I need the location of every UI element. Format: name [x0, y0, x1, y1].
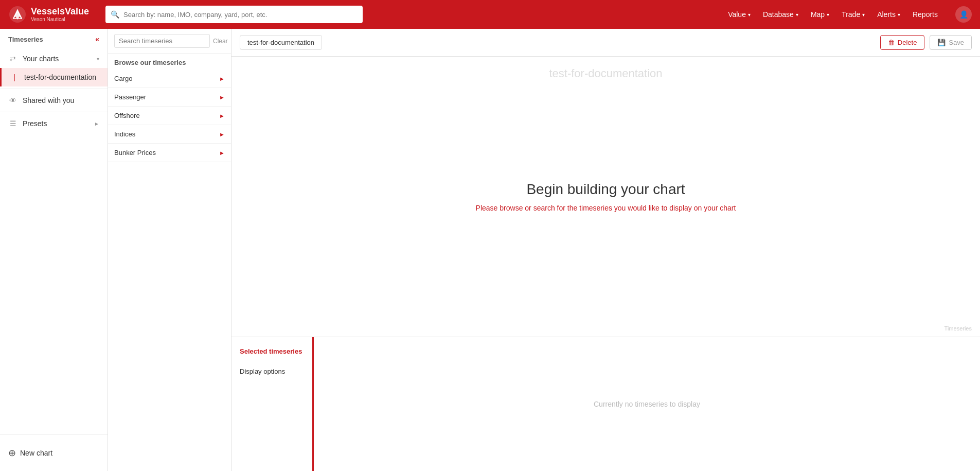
nav-map[interactable]: Map ▾ [806, 7, 834, 22]
sidebar-item-your-charts-label: Your charts [23, 55, 92, 63]
nav-value[interactable]: Value ▾ [723, 7, 756, 22]
timeseries-passenger-label: Passenger [114, 93, 146, 101]
timeseries-browser-panel: Clear Browse our timeseries Cargo ► Pass… [108, 29, 231, 471]
timeseries-category-bunker-prices[interactable]: Bunker Prices ► [108, 144, 231, 162]
timeseries-indices-label: Indices [114, 130, 135, 138]
brand-logo-area: VesselsValue Veson Nautical [8, 5, 89, 24]
value-caret-icon: ▾ [748, 12, 751, 18]
delete-label: Delete [898, 39, 917, 46]
new-chart-plus-icon: ⊕ [8, 447, 16, 459]
chart-title-tab: test-for-documentation [240, 35, 322, 50]
global-search-input[interactable] [123, 11, 358, 19]
timeseries-search-area: Clear [108, 29, 231, 54]
top-navigation: VesselsValue Veson Nautical 🔍 Value ▾ Da… [0, 0, 980, 29]
sidebar-item-presets[interactable]: ☰ Presets ► [0, 114, 108, 133]
presets-caret-icon: ► [94, 121, 99, 127]
nav-trade[interactable]: Trade ▾ [836, 7, 870, 22]
presets-icon: ☰ [8, 119, 17, 128]
timeseries-category-passenger[interactable]: Passenger ► [108, 88, 231, 107]
nav-reports[interactable]: Reports [907, 7, 943, 22]
brand-name: VesselsValue [31, 7, 89, 17]
chart-header: test-for-documentation 🗑 Delete 💾 Save [231, 29, 980, 57]
your-charts-icon: ⇄ [8, 55, 17, 63]
chart-empty-sub: Please browse or search for the timeseri… [476, 204, 736, 212]
map-caret-icon: ▾ [827, 12, 829, 18]
bunker-prices-caret-icon: ► [219, 150, 225, 156]
trash-icon: 🗑 [888, 39, 895, 46]
timeseries-bunker-prices-label: Bunker Prices [114, 149, 156, 156]
timeseries-search-input[interactable] [114, 34, 210, 48]
your-charts-caret-icon: ▾ [97, 56, 99, 62]
chart-actions: 🗑 Delete 💾 Save [880, 35, 972, 50]
sidebar-title: Timeseries [8, 36, 43, 43]
sidebar-item-your-charts[interactable]: ⇄ Your charts ▾ [0, 49, 108, 68]
brand-logo-icon [8, 5, 27, 24]
chart-canvas-area: test-for-documentation Begin building yo… [231, 57, 980, 337]
tab-selected-timeseries[interactable]: Selected timeseries [231, 341, 312, 361]
global-search-bar[interactable]: 🔍 [105, 6, 363, 23]
sidebar-item-shared-label: Shared with you [23, 96, 99, 104]
trade-caret-icon: ▾ [862, 12, 865, 18]
user-avatar[interactable]: 👤 [955, 6, 972, 23]
brand-sub: Veson Nautical [31, 16, 89, 22]
sidebar: Timeseries « ⇄ Your charts ▾ | test-for-… [0, 29, 108, 471]
database-caret-icon: ▾ [796, 12, 798, 18]
bottom-tabs: Selected timeseries Display options [231, 337, 314, 471]
sidebar-header: Timeseries « [0, 29, 108, 49]
sidebar-item-shared[interactable]: 👁 Shared with you [0, 91, 108, 110]
timeseries-clear-button[interactable]: Clear [213, 38, 228, 45]
delete-button[interactable]: 🗑 Delete [880, 35, 925, 50]
cargo-caret-icon: ► [219, 76, 225, 82]
nav-alerts[interactable]: Alerts ▾ [872, 7, 905, 22]
sidebar-divider-2 [0, 112, 108, 112]
bottom-content-empty: Currently no timeseries to display [314, 337, 980, 471]
timeseries-category-offshore[interactable]: Offshore ► [108, 107, 231, 125]
nav-database[interactable]: Database ▾ [758, 7, 804, 22]
save-icon: 💾 [937, 39, 946, 46]
alerts-caret-icon: ▾ [898, 12, 900, 18]
save-button[interactable]: 💾 Save [930, 35, 972, 50]
bottom-panel: Selected timeseries Display options Curr… [231, 337, 980, 471]
sidebar-divider-1 [0, 89, 108, 89]
sidebar-item-presets-label: Presets [23, 119, 89, 128]
new-chart-button[interactable]: ⊕ New chart [8, 443, 99, 463]
sidebar-footer: ⊕ New chart [0, 434, 108, 471]
chart-watermark: test-for-documentation [549, 67, 662, 80]
sidebar-item-active-chart[interactable]: | test-for-documentation [0, 68, 108, 86]
sidebar-collapse-button[interactable]: « [95, 35, 99, 43]
timeseries-category-indices[interactable]: Indices ► [108, 125, 231, 144]
chart-watermark-br: Timeseries [945, 325, 972, 332]
offshore-caret-icon: ► [219, 113, 225, 119]
timeseries-category-cargo[interactable]: Cargo ► [108, 69, 231, 88]
tab-display-options[interactable]: Display options [231, 361, 312, 381]
timeseries-cargo-label: Cargo [114, 75, 132, 82]
indices-caret-icon: ► [219, 131, 225, 137]
main-layout: Timeseries « ⇄ Your charts ▾ | test-for-… [0, 29, 980, 471]
chart-empty-title: Begin building your chart [526, 181, 685, 198]
timeseries-browse-title: Browse our timeseries [108, 54, 231, 69]
sidebar-item-active-chart-label: test-for-documentation [24, 73, 99, 81]
search-icon: 🔍 [111, 10, 119, 19]
active-chart-icon: | [10, 73, 19, 81]
passenger-caret-icon: ► [219, 94, 225, 100]
bottom-empty-label: Currently no timeseries to display [594, 400, 700, 408]
shared-icon: 👁 [8, 96, 17, 104]
save-label: Save [949, 39, 964, 46]
nav-links: Value ▾ Database ▾ Map ▾ Trade ▾ Alerts … [723, 7, 943, 22]
main-content: test-for-documentation 🗑 Delete 💾 Save t… [231, 29, 980, 471]
new-chart-label: New chart [20, 449, 52, 457]
brand-text-area: VesselsValue Veson Nautical [31, 7, 89, 23]
sidebar-section: ⇄ Your charts ▾ | test-for-documentation… [0, 49, 108, 133]
timeseries-offshore-label: Offshore [114, 112, 140, 119]
